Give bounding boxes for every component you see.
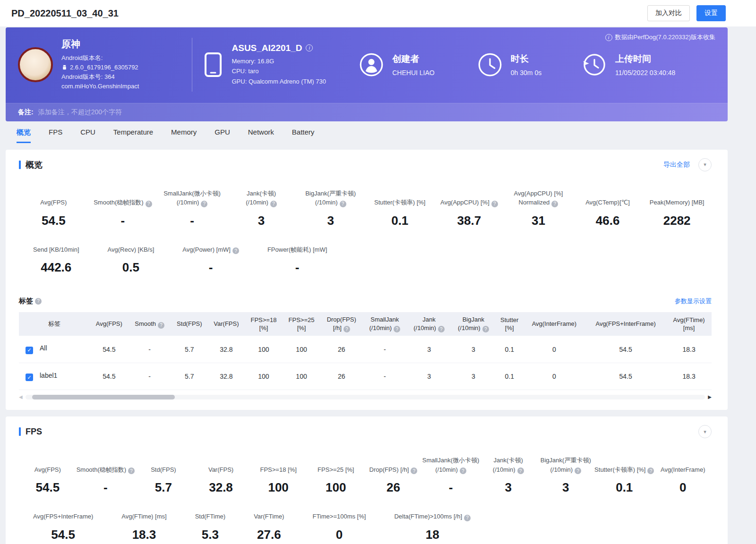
tab-bar: 概览FPSCPUTemperatureMemoryGPUNetworkBatte… — [6, 121, 728, 143]
metric-label-line: Stutter(卡顿率) [%]? — [594, 465, 654, 475]
metric-value: 100 — [307, 480, 365, 495]
fps-card-head: FPS ▾ — [19, 425, 712, 438]
help-icon[interactable]: ? — [482, 326, 489, 332]
metric-label: Avg(AppCPU) [%]Normalized? — [504, 188, 573, 207]
tab-cpu[interactable]: CPU — [80, 128, 95, 143]
tab-fps[interactable]: FPS — [49, 128, 62, 143]
scrollbar-thumb[interactable] — [32, 395, 175, 400]
metric-tile: Avg(Power) [mW]?- — [168, 245, 253, 275]
phone-icon — [203, 51, 223, 78]
help-icon[interactable]: ? — [344, 326, 350, 332]
help-icon[interactable]: ? — [128, 468, 135, 474]
metric-value: - — [267, 260, 327, 275]
metric-tile: Std(FTime)5.3 — [181, 512, 240, 542]
scroll-left-arrow[interactable]: ◀ — [19, 395, 23, 400]
metric-value: 100 — [249, 480, 307, 495]
app-package: com.miHoYo.GenshinImpact — [61, 82, 139, 91]
metric-tile: Smooth(稳帧指数)?- — [77, 455, 135, 495]
metric-tile: FPS>=18 [%]100 — [249, 455, 307, 495]
tab-memory[interactable]: Memory — [171, 128, 197, 143]
column-header: Var(FPS) — [208, 312, 245, 336]
help-icon[interactable]: ? — [411, 468, 417, 474]
help-icon[interactable]: ? — [517, 468, 524, 474]
help-icon[interactable]: ? — [158, 322, 164, 329]
fps-collapse-button[interactable]: ▾ — [698, 425, 712, 438]
table-cell: 3 — [407, 336, 451, 363]
help-icon[interactable]: ? — [340, 201, 346, 207]
table-cell: - — [362, 336, 407, 363]
tab-gpu[interactable]: GPU — [215, 128, 230, 143]
metric-tile: Avg(FPS)54.5 — [19, 188, 88, 228]
metric-label-line: Avg(AppCPU) [%]? — [440, 198, 498, 207]
export-all-link[interactable]: 导出全部 — [663, 161, 690, 169]
table-cell: - — [129, 363, 171, 390]
report-banner: i 数据由PerfDog(7.0.220332)版本收集 原神 Android版… — [6, 27, 728, 121]
row-checkbox[interactable]: ✓ — [26, 347, 33, 354]
column-header: 标签 — [19, 312, 90, 336]
tab-overview[interactable]: 概览 — [17, 128, 31, 143]
help-icon[interactable]: ? — [232, 247, 239, 254]
creator-info: 创建者 CHEHUI LIAO — [392, 53, 434, 76]
chevron-down-icon: ▾ — [704, 162, 706, 168]
scrollbar-track[interactable] — [26, 395, 705, 400]
note-input[interactable]: 备注: 添加备注，不超过200个字符 — [6, 103, 728, 121]
overview-card-head: 概览 导出全部 ▾ — [19, 158, 712, 171]
overview-title-text: 概览 — [26, 159, 43, 170]
metric-label-line: Send [KB/10min] — [33, 245, 79, 255]
tab-temperature[interactable]: Temperature — [113, 128, 153, 143]
device-info: ASUS_AI2201_D i Memory: 16.8G CPU: taro … — [232, 43, 326, 86]
column-header: Std(FPS) — [171, 312, 208, 336]
table-cell: 18.3 — [666, 363, 712, 390]
row-label-cell: ✓label1 — [19, 363, 90, 390]
metric-value: 2282 — [642, 213, 712, 228]
tab-network[interactable]: Network — [248, 128, 274, 143]
metric-label: Std(FTime) — [195, 512, 226, 521]
scroll-right-arrow[interactable]: ▶ — [708, 395, 712, 400]
help-icon[interactable]: ? — [35, 298, 42, 305]
help-icon[interactable]: ? — [201, 201, 207, 207]
row-checkbox[interactable]: ✓ — [26, 374, 33, 381]
param-display-settings-link[interactable]: 参数显示设置 — [675, 297, 712, 306]
column-header-line: (/10min)? — [409, 324, 449, 333]
metric-value: 3 — [537, 480, 594, 495]
table-cell: 54.5 — [90, 336, 129, 363]
help-icon[interactable]: ? — [270, 201, 277, 207]
add-to-compare-button[interactable]: 加入对比 — [647, 5, 690, 21]
column-header-line: [%] — [284, 324, 318, 332]
help-icon[interactable]: ? — [438, 326, 445, 332]
overview-metrics-row1: Avg(FPS)54.5Smooth(稳帧指数)?-SmallJank(微小卡顿… — [19, 188, 712, 228]
metric-tile: Send [KB/10min]442.6 — [19, 245, 94, 275]
row-label: label1 — [40, 372, 57, 379]
tab-battery[interactable]: Battery — [292, 128, 315, 143]
help-icon[interactable]: ? — [647, 468, 654, 474]
table-cell: 0 — [524, 336, 585, 363]
metric-label-line: Std(FTime) — [195, 512, 226, 521]
help-icon[interactable]: ? — [464, 515, 471, 521]
column-header-line: Smooth? — [130, 320, 169, 329]
column-header: FPS>=18[%] — [245, 312, 283, 336]
title-accent-bar — [19, 427, 21, 436]
upload-time-label: 上传时间 — [615, 53, 675, 65]
column-header: Avg(FPS+InterFrame) — [585, 312, 666, 336]
metric-label: FPower(帧能耗) [mW] — [267, 245, 327, 255]
settings-button[interactable]: 设置 — [696, 5, 726, 21]
overview-collapse-button[interactable]: ▾ — [698, 158, 712, 171]
table-cell: 5.7 — [171, 363, 208, 390]
metric-tile: BigJank(严重卡顿)(/10min)?3 — [537, 455, 594, 495]
metric-label: Jank(卡顿)(/10min)? — [480, 455, 537, 474]
metric-tile: FPS>=25 [%]100 — [307, 455, 365, 495]
info-icon: i — [605, 34, 612, 41]
metric-label: Avg(Power) [mW]? — [182, 245, 239, 255]
help-icon[interactable]: ? — [551, 201, 558, 207]
metric-value: 31 — [504, 213, 573, 228]
help-icon[interactable]: ? — [460, 468, 466, 474]
metric-label: BigJank(严重卡顿)(/10min)? — [537, 455, 594, 474]
device-info-icon[interactable]: i — [306, 44, 313, 51]
help-icon[interactable]: ? — [394, 326, 400, 332]
metric-tile: SmallJank(微小卡顿)(/10min)?- — [157, 188, 227, 228]
duration-info: 时长 0h 30m 0s — [511, 53, 541, 76]
help-icon[interactable]: ? — [575, 468, 581, 474]
app-info: 原神 Android版本名: 2.6.0_6179196_6305792 — [61, 38, 139, 92]
help-icon[interactable]: ? — [491, 201, 498, 207]
help-icon[interactable]: ? — [146, 201, 152, 207]
